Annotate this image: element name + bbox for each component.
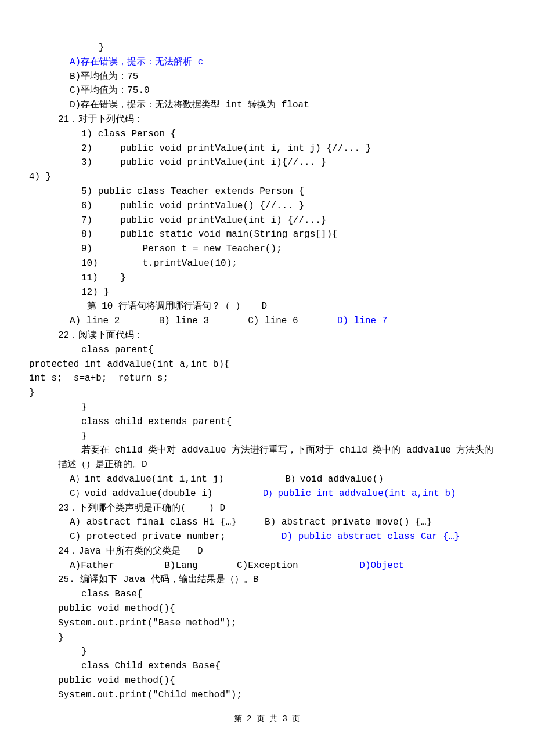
text-line: } [29, 386, 505, 400]
text-line: C)平均值为：75.0 [29, 84, 505, 98]
text-line: class child extends parent{ [29, 415, 505, 429]
text-line: C）void addvalue(double i) D）public int a… [29, 487, 505, 501]
text-span: D)Object [359, 560, 404, 571]
text-line: 3) public void printValue(int i){//... } [29, 155, 505, 170]
text-line: A)存在错误，提示：无法解析 c [29, 55, 505, 70]
text-line: A) line 2 B) line 3 C) line 6 D) line 7 [29, 314, 505, 328]
text-line: A) abstract final class H1 {…} B) abstra… [29, 515, 505, 530]
text-line: System.out.print("Base method"); [29, 616, 505, 631]
text-line: 描述（）是正确的。D [29, 458, 505, 472]
text-line: } [29, 429, 505, 444]
text-line: 23．下列哪个类声明是正确的( ) D [29, 501, 505, 516]
text-line: public void method(){ [29, 674, 505, 688]
text-line: 10) t.printValue(10); [29, 256, 505, 271]
document-body: }A)存在错误，提示：无法解析 cB)平均值为：75C)平均值为：75.0D)存… [29, 41, 505, 703]
text-line: } [29, 400, 505, 415]
text-line: 5) public class Teacher extends Person { [29, 185, 505, 199]
text-line: D)存在错误，提示：无法将数据类型 int 转换为 float [29, 98, 505, 113]
text-line: 9) Person t = new Teacher(); [29, 242, 505, 256]
text-line: 若要在 child 类中对 addvalue 方法进行重写，下面对于 child… [29, 443, 505, 458]
text-line: 6) public void printValue() {//... } [29, 199, 505, 214]
page-footer: 第 2 页 共 3 页 [29, 713, 505, 726]
text-line: 4) } [29, 170, 505, 185]
text-line: } [29, 645, 505, 659]
text-line: 1) class Person { [29, 127, 505, 142]
text-line: B)平均值为：75 [29, 70, 505, 84]
text-line: 第 10 行语句将调用哪行语句？（ ） D [29, 299, 505, 314]
text-line: 24．Java 中所有类的父类是 D [29, 544, 505, 559]
text-span: A) line 2 B) line 3 C) line 6 [70, 316, 337, 326]
text-line: public void method(){ [29, 602, 505, 616]
text-line: A）int addvalue(int i,int j) B）void addva… [29, 472, 505, 487]
text-line: 21．对于下列代码： [29, 113, 505, 127]
text-line: 8) public static void main(String args[]… [29, 227, 505, 242]
page-content: { "lines": [ {"cls":"ind4","text":"}"}, … [0, 0, 534, 748]
text-span: D) public abstract class Car {…} [282, 531, 460, 542]
text-line: System.out.print("Child method"); [29, 688, 505, 703]
text-line: C) protected private number; D) public a… [29, 530, 505, 544]
text-line: 2) public void printValue(int i, int j) … [29, 142, 505, 156]
text-line: A)Father B)Lang C)Exception D)Object [29, 559, 505, 573]
text-line: int s; s=a+b; return s; [29, 371, 505, 386]
text-line: 7) public void printValue(int i) {//...} [29, 214, 505, 228]
text-line: 11) } [29, 271, 505, 285]
text-line: class Base{ [29, 587, 505, 602]
text-span: D) line 7 [337, 316, 387, 326]
text-line: protected int addvalue(int a,int b){ [29, 357, 505, 372]
text-line: } [29, 41, 505, 55]
text-line: } [29, 631, 505, 645]
text-line: class parent{ [29, 343, 505, 357]
text-line: class Child extends Base{ [29, 659, 505, 674]
text-span: A)Father B)Lang C)Exception [70, 560, 359, 571]
text-line: 22．阅读下面代码： [29, 328, 505, 343]
text-span: D）public int addvalue(int a,int b) [263, 489, 456, 499]
text-span: C) protected private number; [70, 531, 282, 542]
text-span: C）void addvalue(double i) [70, 489, 263, 499]
text-line: 12) } [29, 285, 505, 300]
text-line: 25. 编译如下 Java 代码，输出结果是（）。B [29, 573, 505, 587]
